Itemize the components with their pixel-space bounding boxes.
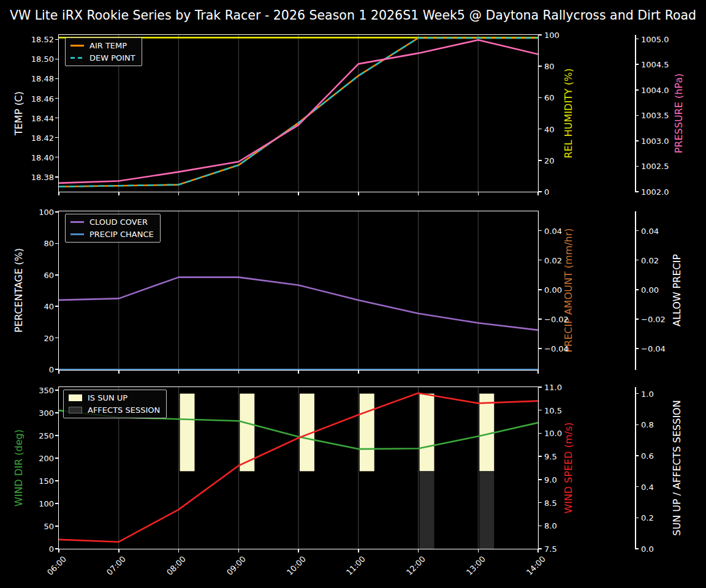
y-tick <box>538 456 542 457</box>
legend-item-cloud-cover: CLOUD COVER <box>70 217 154 227</box>
y-tick <box>55 390 59 391</box>
y-tick-label: 80 <box>44 239 54 248</box>
y-tick-label: 300 <box>39 408 54 417</box>
x-tick <box>537 549 539 552</box>
legend-item-air-temp: AIR TEMP <box>70 41 135 50</box>
y-tick <box>538 502 542 503</box>
y-tick <box>538 526 542 527</box>
x-tick-label: 12:00 <box>404 554 427 577</box>
y-tick-label: 40 <box>44 302 54 311</box>
y-tick <box>538 289 542 290</box>
y-tick-label: 100 <box>544 31 560 40</box>
y-tick-label: 18.48 <box>31 74 54 83</box>
y-tick-label: 1.0 <box>641 389 654 398</box>
y-tick <box>55 243 59 244</box>
y-tick <box>55 458 59 459</box>
y-tick-label: 80 <box>544 62 555 71</box>
y-tick-label: 8.5 <box>544 498 557 507</box>
is-sun-up-bar <box>180 393 194 471</box>
y-tick <box>538 260 542 261</box>
y-tick-label: 100 <box>39 499 54 508</box>
y-tick-label: 18.40 <box>31 153 54 162</box>
y-tick <box>538 386 542 388</box>
y-tick <box>538 97 542 99</box>
axis-label-sun-up: SUN UP / AFFECTS SESSION <box>671 400 683 535</box>
y-tick-label: 0.4 <box>641 482 654 491</box>
y-tick-label: −0.04 <box>544 344 569 353</box>
y-tick-label: 0.8 <box>641 420 654 429</box>
y-tick-label: 60 <box>544 93 555 102</box>
y-tick-label: 10.5 <box>544 405 562 415</box>
legend-label-dew-point: DEW POINT <box>89 53 135 62</box>
y-tick <box>538 348 542 349</box>
y-tick-label: 18.38 <box>31 172 54 181</box>
y-tick-label: 0 <box>49 545 54 554</box>
x-tick <box>238 192 240 195</box>
y-tick-label: 0.02 <box>641 255 659 265</box>
y-tick-label: 10.0 <box>544 429 562 438</box>
air-temp-swatch <box>70 45 84 47</box>
y-tick-label: 0.00 <box>544 285 562 294</box>
y-tick <box>55 503 59 504</box>
y-tick <box>55 39 59 40</box>
y-tick <box>55 98 59 99</box>
y-tick <box>538 479 542 480</box>
legend-item-affects-session: AFFECTS SESSION <box>69 405 160 415</box>
y-tick-label: 1005.0 <box>641 34 669 43</box>
legend-wind-panel: IS SUN UP AFFECTS SESSION <box>63 390 167 418</box>
axis-label-wind-speed: WIND SPEED (m/s) <box>563 422 574 513</box>
x-tick <box>298 192 299 195</box>
y-tick <box>55 337 59 339</box>
x-tick-label: 08:00 <box>165 554 188 577</box>
y-tick <box>55 59 59 60</box>
y-tick-label: 1003.0 <box>641 136 669 145</box>
legend-label-is-sun-up: IS SUN UP <box>88 393 127 402</box>
y-tick <box>55 274 59 276</box>
affects-session-bar <box>479 471 494 549</box>
y-tick-label: 18.42 <box>31 133 54 142</box>
y-tick-label: 1004.0 <box>641 85 669 94</box>
y-tick <box>55 211 59 213</box>
y-tick <box>538 230 542 232</box>
y-tick-label: 20 <box>544 156 555 165</box>
legend-item-precip-chance: PRECIP CHANCE <box>70 230 154 239</box>
precipitation-right-spine <box>635 211 636 370</box>
x-tick <box>537 192 539 195</box>
figure-title: VW Lite iRX Rookie Series by Trak Racer … <box>10 8 696 23</box>
axis-label-pressure: PRESSURE (hPa) <box>673 74 685 154</box>
y-tick-label: 18.52 <box>31 35 54 44</box>
y-tick-label: 18.46 <box>31 94 54 103</box>
dew-point-swatch <box>70 57 84 59</box>
y-tick <box>538 548 542 549</box>
x-tick <box>478 549 479 552</box>
affects-session-swatch <box>69 407 82 413</box>
wind-right-spine <box>635 387 636 549</box>
y-tick-label: 0.02 <box>544 255 562 265</box>
x-tick <box>478 192 479 195</box>
y-tick-label: −0.02 <box>641 314 666 323</box>
x-tick <box>298 549 299 552</box>
y-tick-label: 7.5 <box>544 545 557 554</box>
y-tick <box>55 176 59 178</box>
y-tick <box>55 118 59 119</box>
y-tick-label: −0.04 <box>641 344 666 353</box>
x-tick <box>118 370 120 374</box>
y-tick <box>538 191 542 192</box>
y-tick-label: 0.6 <box>641 451 654 460</box>
axis-label-allow-precip: ALLOW PRECIP <box>671 254 683 326</box>
axis-label-temp: TEMP (C) <box>13 91 25 135</box>
y-tick <box>538 433 542 434</box>
y-tick <box>55 306 59 307</box>
x-tick <box>178 370 180 374</box>
x-tick <box>238 549 240 552</box>
y-tick-label: 250 <box>39 431 54 440</box>
x-tick <box>238 370 240 374</box>
y-tick <box>538 129 542 130</box>
legend-temperature-panel: AIR TEMP DEW POINT <box>65 37 142 66</box>
weather-forecast-figure: VW Lite iRX Rookie Series by Trak Racer … <box>0 0 706 588</box>
y-tick <box>55 412 59 413</box>
x-tick <box>298 370 299 374</box>
is-sun-up-bar <box>419 393 434 471</box>
y-tick-label: 20 <box>44 333 54 342</box>
x-tick <box>118 549 120 552</box>
